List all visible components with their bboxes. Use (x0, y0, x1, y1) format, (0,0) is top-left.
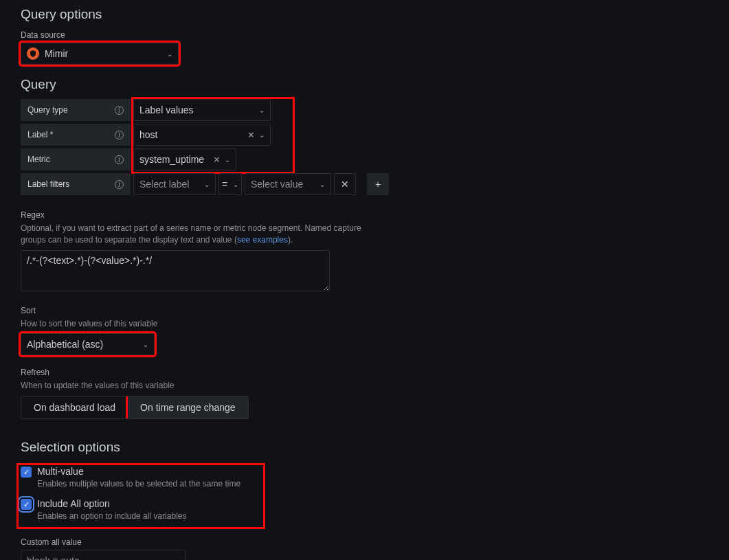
label-field-label: Label * i (21, 124, 131, 146)
chevron-down-icon: ⌄ (137, 341, 148, 348)
query-type-label: Query type i (21, 99, 131, 121)
refresh-toggle: On dashboard load On time range change (21, 396, 249, 419)
refresh-on-dashboard-load[interactable]: On dashboard load (21, 396, 128, 418)
filter-operator-select[interactable]: = ⌄ (218, 173, 242, 195)
include-all-checkbox[interactable]: ✓ (21, 499, 32, 510)
info-icon[interactable]: i (115, 131, 124, 139)
label-filters-label: Label filters i (21, 173, 131, 195)
query-heading: Query (21, 77, 708, 92)
metric-field-label: Metric i (21, 148, 131, 170)
custom-all-input[interactable] (21, 550, 186, 560)
remove-filter-button[interactable]: ✕ (334, 173, 356, 195)
chevron-down-icon: ⌄ (314, 181, 325, 188)
add-filter-button[interactable]: + (367, 173, 389, 195)
regex-hint: Optional, if you want to extract part of… (21, 223, 385, 246)
metric-select[interactable]: system_uptime ✕ ⌄ (133, 148, 236, 170)
selection-options-heading: Selection options (21, 440, 708, 455)
clear-icon[interactable]: ✕ (213, 155, 221, 165)
info-icon[interactable]: i (115, 155, 124, 164)
datasource-icon (27, 47, 39, 60)
multi-value-checkbox[interactable]: ✓ (21, 467, 32, 478)
sort-label: Sort (21, 306, 708, 315)
chevron-down-icon: ⌄ (223, 156, 230, 164)
label-select[interactable]: host ✕ ⌄ (133, 124, 271, 146)
regex-examples-link[interactable]: see examples (237, 235, 288, 245)
query-type-select[interactable]: Label values ⌄ (133, 99, 271, 121)
chevron-down-icon: ⌄ (199, 181, 210, 188)
sort-hint: How to sort the values of this variable (21, 318, 708, 330)
sort-select[interactable]: Alphabetical (asc) ⌄ (21, 333, 155, 355)
include-all-label: Include All option (37, 498, 186, 509)
datasource-label: Data source (21, 30, 708, 40)
refresh-hint: When to update the values of this variab… (21, 380, 708, 392)
custom-all-label: Custom all value (21, 537, 708, 547)
refresh-label: Refresh (21, 368, 708, 377)
datasource-value: Mimir (45, 48, 68, 59)
info-icon[interactable]: i (115, 180, 124, 189)
filter-value-select[interactable]: Select value ⌄ (245, 173, 331, 195)
chevron-down-icon: ⌄ (258, 131, 265, 139)
include-all-desc: Enables an option to include all variabl… (37, 511, 186, 521)
multi-value-desc: Enables multiple values to be selected a… (37, 479, 240, 489)
refresh-on-time-range[interactable]: On time range change (128, 396, 248, 418)
chevron-down-icon: ⌄ (161, 50, 172, 58)
regex-input[interactable] (21, 250, 330, 291)
filter-label-select[interactable]: Select label ⌄ (133, 173, 216, 195)
regex-label: Regex (21, 210, 708, 220)
query-options-heading: Query options (21, 7, 708, 22)
multi-value-label: Multi-value (37, 466, 240, 477)
datasource-select[interactable]: Mimir ⌄ (21, 43, 179, 65)
chevron-down-icon: ⌄ (230, 181, 238, 188)
info-icon[interactable]: i (115, 106, 124, 115)
chevron-down-icon: ⌄ (254, 107, 265, 114)
clear-icon[interactable]: ✕ (247, 130, 255, 140)
